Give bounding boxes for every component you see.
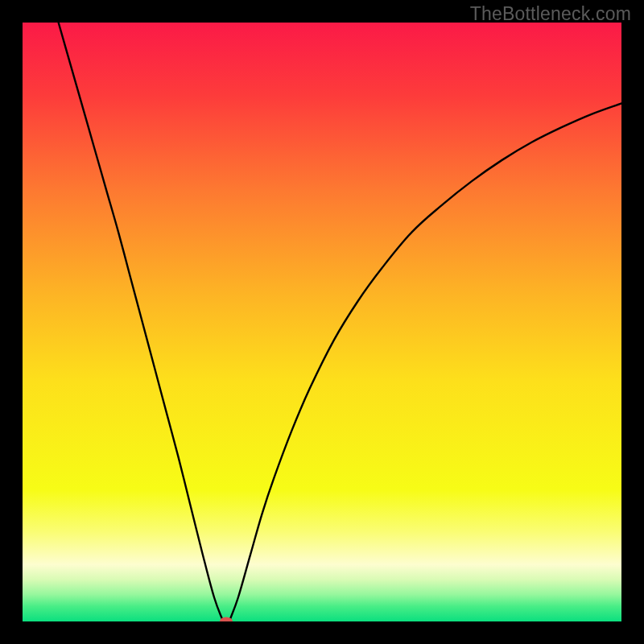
chart-svg <box>23 23 621 621</box>
watermark-text: TheBottleneck.com <box>470 3 631 25</box>
chart-frame: TheBottleneck.com <box>0 0 644 644</box>
gradient-background <box>23 23 621 621</box>
plot-area <box>23 23 621 621</box>
